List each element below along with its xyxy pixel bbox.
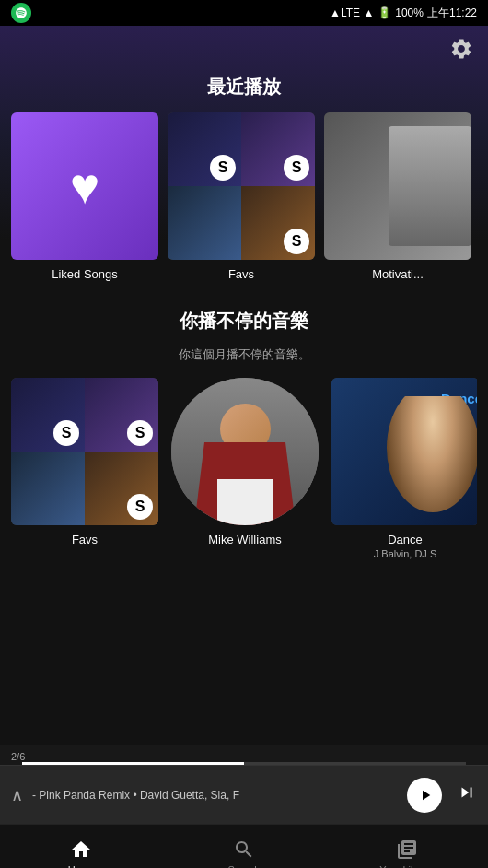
ns-logo-d: S (127, 494, 153, 520)
battery-percent: 100% (395, 6, 424, 19)
nonstop-subtitle: 你這個月播不停的音樂。 (11, 346, 477, 363)
motivation-label: Motivati... (372, 267, 424, 281)
favs-label: Favs (228, 267, 254, 281)
motivation-cover (324, 112, 471, 260)
status-bar: ▲LTE ▲ 🔋 100% 上午11:22 (0, 0, 488, 26)
recently-played-grid: ♥ Liked Songs S S S (11, 112, 477, 281)
mike-williams-item[interactable]: Mike Williams (171, 378, 319, 559)
playback-controls (407, 778, 477, 813)
nav-library[interactable]: Your Library (325, 831, 488, 869)
spotify-logo (11, 3, 31, 23)
progress-indicator: 2/6 (11, 751, 25, 762)
chevron-up-icon: ∧ (11, 785, 23, 805)
status-left (11, 3, 31, 23)
dance-cover: Dance (331, 378, 477, 525)
heart-icon: ♥ (70, 157, 100, 216)
spinnin-logo-d: S (284, 229, 309, 254)
spinnin-logo-b: S (284, 155, 309, 181)
track-info: - Pink Panda Remix • David Guetta, Sia, … (32, 789, 398, 802)
main-content: 最近播放 ♥ Liked Songs S S (0, 26, 488, 745)
bottom-nav: Home Search Your Library (0, 824, 488, 868)
recently-played-title: 最近播放 (11, 75, 477, 100)
spinnin-logo-a: S (210, 155, 236, 181)
mike-williams-label: Mike Williams (208, 533, 281, 546)
play-button[interactable] (407, 778, 442, 813)
liked-songs-cover: ♥ (11, 112, 158, 260)
battery-icon: 🔋 (378, 6, 391, 19)
nav-home[interactable]: Home (0, 831, 163, 869)
recently-played-section: 最近播放 ♥ Liked Songs S S (0, 75, 488, 281)
ns-logo-b: S (127, 420, 153, 446)
now-playing-bar[interactable]: ∧ - Pink Panda Remix • David Guetta, Sia… (0, 765, 488, 824)
now-playing-section: 2/6 ∧ - Pink Panda Remix • David Guetta,… (0, 745, 488, 824)
motivation-item[interactable]: Motivati... (324, 112, 471, 281)
favs-cover: S S S (168, 112, 315, 260)
nonstop-section: 你播不停的音樂 你這個月播不停的音樂。 S S S Favs (0, 309, 488, 559)
nonstop-grid: S S S Favs (11, 378, 477, 559)
favs-ns-item[interactable]: S S S Favs (11, 378, 158, 559)
settings-button[interactable] (449, 37, 473, 64)
dance-item[interactable]: Dance Dance J Balvin, DJ S (331, 378, 477, 559)
home-label: Home (68, 864, 95, 869)
favs-ns-label: Favs (72, 533, 98, 546)
signal-indicator: ▲LTE ▲ (330, 6, 374, 19)
favs-ns-cover: S S S (11, 378, 158, 525)
liked-songs-label: Liked Songs (52, 267, 118, 281)
liked-songs-item[interactable]: ♥ Liked Songs (11, 112, 158, 281)
nav-search[interactable]: Search (163, 831, 326, 869)
search-label: Search (228, 864, 261, 869)
status-right: ▲LTE ▲ 🔋 100% 上午11:22 (330, 6, 477, 21)
ns-logo-a: S (53, 420, 79, 446)
skip-next-button[interactable] (457, 782, 477, 808)
dance-label: Dance (388, 533, 423, 546)
home-icon (70, 839, 92, 861)
library-icon (396, 839, 418, 861)
dance-sublabel: J Balvin, DJ S (374, 548, 436, 559)
nonstop-title: 你播不停的音樂 (11, 309, 477, 334)
search-icon (233, 839, 255, 861)
motivation-figure (389, 126, 471, 246)
mike-williams-cover (171, 378, 319, 525)
dance-figure (387, 396, 477, 525)
library-label: Your Library (379, 864, 434, 869)
time-display: 上午11:22 (427, 6, 477, 21)
top-bar (0, 26, 488, 67)
mike-figure-container (171, 378, 319, 525)
favs-item[interactable]: S S S Favs (168, 112, 315, 281)
